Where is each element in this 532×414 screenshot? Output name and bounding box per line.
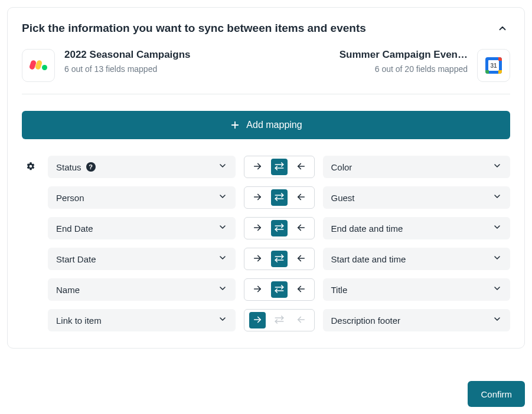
right-field-label: Start date and time [331,254,406,264]
direction-left-button[interactable] [293,220,309,236]
direction-selector [244,278,315,301]
arrow-left-icon [296,253,306,265]
add-mapping-button[interactable]: Add mapping [22,111,510,139]
direction-left-button[interactable] [293,312,309,328]
direction-right-button[interactable] [249,281,266,298]
direction-selector [244,186,315,209]
right-source-title: Summer Campaign Even… [340,49,468,61]
direction-right-button[interactable] [249,312,266,328]
left-field-label: Start Date [56,254,96,264]
direction-both-button[interactable] [271,189,288,206]
direction-both-button[interactable] [271,281,288,298]
collapse-button[interactable] [495,21,510,36]
left-field-select[interactable]: Person [48,186,236,209]
mapping-row: Start DateStart date and time [22,248,510,270]
direction-left-button[interactable] [293,251,309,267]
left-field-label: Person [56,193,84,203]
right-field-select[interactable]: Title [323,278,511,301]
mapping-row: PersonGuest [22,186,510,209]
direction-both-button[interactable] [271,220,288,236]
direction-selector [244,156,315,178]
left-field-select[interactable]: Status? [48,156,236,178]
plus-icon [230,120,240,130]
row-gear-slot [22,162,40,173]
direction-left-button[interactable] [293,281,309,298]
direction-both-button[interactable] [271,312,288,328]
arrow-right-icon [252,192,263,204]
mapping-row: Status?Color [22,156,510,178]
monday-logo-icon [30,59,47,72]
direction-right-button[interactable] [249,220,266,236]
arrow-left-icon [296,222,306,235]
direction-right-button[interactable] [249,159,266,175]
left-source: 2022 Seasonal Campaigns 6 out of 13 fiel… [22,49,262,82]
left-field-select[interactable]: Link to item [48,309,236,331]
left-field-label: Link to item [56,316,102,326]
direction-both-button[interactable] [271,251,288,267]
chevron-down-icon [492,161,502,173]
chevron-down-icon [492,192,502,203]
chevron-down-icon [218,192,227,203]
arrow-right-icon [252,284,263,296]
right-field-label: Description footer [331,316,401,326]
chevron-down-icon [218,222,227,234]
chevron-down-icon [492,253,502,265]
chevron-down-icon [492,284,502,295]
right-source-subtitle: 6 out of 20 fields mapped [340,64,468,74]
arrow-right-icon [252,161,263,173]
left-field-label: Name [56,285,80,295]
right-field-select[interactable]: End date and time [323,217,511,239]
help-icon[interactable]: ? [86,162,96,172]
chevron-up-icon [497,23,508,34]
mapping-row: End DateEnd date and time [22,217,510,239]
monday-icon [22,49,55,82]
arrow-both-icon [274,314,285,327]
arrow-left-icon [296,314,306,327]
row-settings-button[interactable] [26,162,35,173]
right-field-select[interactable]: Color [323,156,511,178]
right-field-label: End date and time [331,224,403,234]
right-field-label: Guest [331,193,355,203]
right-field-select[interactable]: Description footer [323,309,511,331]
left-source-subtitle: 6 out of 13 fields mapped [64,64,191,74]
chevron-down-icon [218,161,227,173]
arrow-right-icon [252,222,263,235]
arrow-both-icon [274,284,285,296]
direction-left-button[interactable] [293,189,309,206]
sync-mapping-card: Pick the information you want to sync be… [7,7,525,349]
left-field-select[interactable]: End Date [48,217,236,239]
chevron-down-icon [492,314,502,326]
left-field-select[interactable]: Start Date [48,248,236,270]
direction-selector [244,309,315,331]
direction-left-button[interactable] [293,159,309,175]
direction-right-button[interactable] [249,251,266,267]
add-mapping-label: Add mapping [246,120,302,130]
left-field-select[interactable]: Name [48,278,236,301]
google-calendar-icon: 31 [477,49,510,82]
gcal-logo-icon: 31 [485,57,502,74]
direction-right-button[interactable] [249,189,266,206]
gcal-day-label: 31 [488,60,499,71]
arrow-left-icon [296,161,306,173]
left-source-title: 2022 Seasonal Campaigns [64,49,191,61]
mapping-row: NameTitle [22,278,510,301]
arrow-left-icon [296,284,306,296]
arrow-left-icon [296,192,306,204]
arrow-both-icon [274,192,285,204]
right-field-select[interactable]: Start date and time [323,248,511,270]
direction-selector [244,248,315,270]
confirm-button[interactable]: Confirm [468,381,525,407]
right-field-select[interactable]: Guest [323,186,511,209]
chevron-down-icon [218,253,227,265]
arrow-right-icon [252,253,263,265]
right-field-label: Title [331,285,348,295]
arrow-right-icon [252,314,263,327]
direction-selector [244,217,315,239]
sources-row: 2022 Seasonal Campaigns 6 out of 13 fiel… [22,49,510,94]
left-source-text: 2022 Seasonal Campaigns 6 out of 13 fiel… [64,49,191,74]
card-title: Pick the information you want to sync be… [22,22,366,35]
direction-both-button[interactable] [271,159,288,175]
mapping-rows: Status?ColorPersonGuestEnd DateEnd date … [22,156,510,331]
right-source: Summer Campaign Even… 6 out of 20 fields… [271,49,511,82]
gear-icon [26,162,35,173]
